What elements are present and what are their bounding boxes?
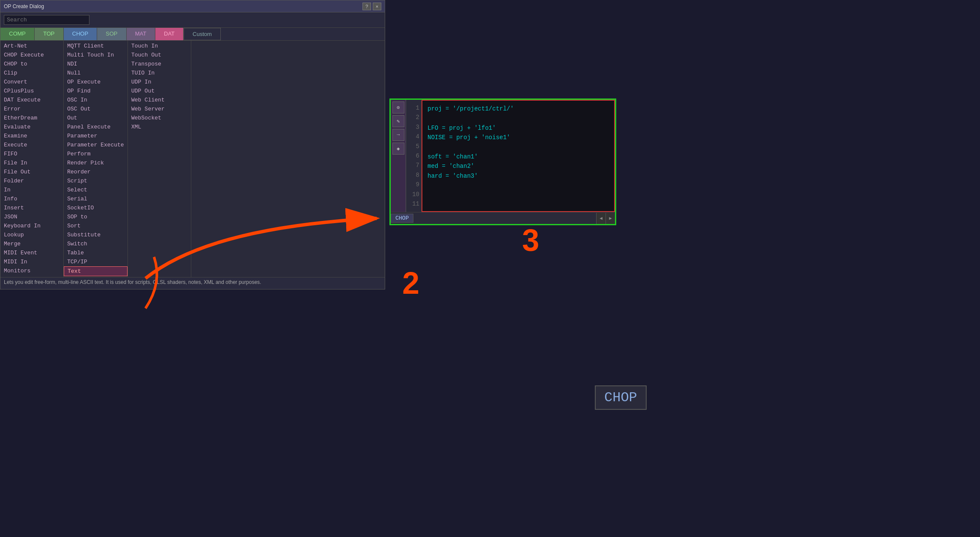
list-item[interactable]: MIDI Event	[0, 248, 63, 257]
code-content[interactable]: proj = '/project1/ctrl/' LFO = proj + 'l…	[422, 100, 615, 212]
search-input[interactable]	[4, 15, 89, 25]
tab-dat[interactable]: DAT	[155, 28, 184, 40]
list-item[interactable]: Out	[64, 113, 128, 122]
list-item[interactable]: Serial	[64, 194, 128, 203]
list-item[interactable]: Error	[0, 104, 63, 113]
tab-comp[interactable]: COMP	[0, 28, 35, 40]
code-footer-buttons: ◀ ▶	[596, 213, 615, 224]
tab-sop[interactable]: SOP	[97, 28, 126, 40]
list-item[interactable]: Keyboard In	[0, 221, 63, 230]
list-item[interactable]: Folder	[0, 176, 63, 185]
title-bar-buttons: ? ×	[362, 3, 381, 10]
list-item[interactable]: Web Client	[128, 95, 191, 104]
status-bar: Lets you edit free-form, multi-line ASCI…	[0, 277, 385, 289]
toolbar-btn-4[interactable]: ◈	[392, 143, 404, 155]
list-item[interactable]: Web Server	[128, 104, 191, 113]
list-item[interactable]: Convert	[0, 78, 63, 87]
list-item[interactable]: WebSocket	[128, 113, 191, 122]
list-item[interactable]: TUIO In	[128, 69, 191, 78]
list-item[interactable]: File In	[0, 158, 63, 167]
list-item[interactable]: Transpose	[128, 60, 191, 69]
status-text: Lets you edit free-form, multi-line ASCI…	[4, 279, 261, 285]
list-item[interactable]: File Out	[0, 167, 63, 176]
annotation-number-2: 2	[402, 266, 419, 301]
code-toolbar: ⊙ ✎ → ◈	[391, 100, 406, 212]
list-item[interactable]: OP Find	[64, 87, 128, 95]
list-item[interactable]: Multi Touch In	[64, 51, 128, 60]
tab-custom[interactable]: Custom	[184, 28, 221, 40]
list-item[interactable]: Table	[64, 248, 128, 257]
list-item[interactable]: MQTT Client	[64, 42, 128, 51]
footer-btn-left[interactable]: ◀	[596, 213, 606, 224]
list-item[interactable]: FIFO	[0, 149, 63, 158]
list-item[interactable]: Evaluate	[0, 122, 63, 131]
list-item[interactable]: OSC Out	[64, 104, 128, 113]
list-item[interactable]: Panel Execute	[64, 122, 128, 131]
list-item[interactable]: Parameter	[64, 131, 128, 140]
list-item[interactable]: Switch	[64, 239, 128, 248]
list-item[interactable]: CHOP to	[0, 60, 63, 69]
list-item[interactable]: In	[0, 185, 63, 194]
code-footer-label: CHOP	[391, 214, 413, 223]
tab-top[interactable]: TOP	[35, 28, 64, 40]
list-item[interactable]: Touch In	[128, 42, 191, 51]
list-item[interactable]: Perform	[64, 149, 128, 158]
chop-badge-text: CHOP	[604, 390, 637, 406]
code-body: ⊙ ✎ → ◈ 1234567891011 proj = '/project1/…	[391, 100, 615, 212]
close-button[interactable]: ×	[373, 3, 381, 10]
toolbar-btn-1[interactable]: ⊙	[392, 101, 404, 113]
list-column-2: MQTT Client Multi Touch In NDI Null OP E…	[64, 41, 128, 277]
list-item[interactable]: Merge	[0, 239, 63, 248]
list-item[interactable]: Insert	[0, 203, 63, 212]
list-item[interactable]: Null	[64, 69, 128, 78]
list-item[interactable]: CHOP Execute	[0, 51, 63, 60]
list-item[interactable]: TCP/IP	[64, 257, 128, 266]
toolbar-btn-3[interactable]: →	[392, 129, 404, 141]
list-item[interactable]: Parameter Execute	[64, 140, 128, 149]
annotation-number-3: 3	[522, 223, 539, 258]
tab-mat[interactable]: MAT	[127, 28, 155, 40]
tabs-row: COMP TOP CHOP SOP MAT DAT Custom	[0, 28, 385, 41]
list-item[interactable]: XML	[128, 122, 191, 131]
list-item[interactable]: Execute	[0, 140, 63, 149]
code-editor-panel: ⊙ ✎ → ◈ 1234567891011 proj = '/project1/…	[389, 98, 616, 225]
list-item[interactable]: CPlusPlus	[0, 87, 63, 95]
list-item[interactable]: Clip	[0, 69, 63, 78]
chop-badge: CHOP	[595, 385, 647, 410]
list-item[interactable]: Reorder	[64, 167, 128, 176]
list-item[interactable]: SocketIO	[64, 203, 128, 212]
list-item[interactable]: Script	[64, 176, 128, 185]
help-button[interactable]: ?	[362, 3, 371, 10]
list-item[interactable]: DAT Execute	[0, 95, 63, 104]
list-item[interactable]: Sort	[64, 221, 128, 230]
list-item[interactable]: Examine	[0, 131, 63, 140]
list-item[interactable]: UDP In	[128, 78, 191, 87]
list-item[interactable]: Info	[0, 194, 63, 203]
content-area: Art-Net CHOP Execute CHOP to Clip Conver…	[0, 41, 385, 277]
line-numbers: 1234567891011	[406, 100, 422, 212]
list-item[interactable]: Render Pick	[64, 158, 128, 167]
footer-btn-right[interactable]: ▶	[606, 213, 615, 224]
list-item[interactable]: UDP Out	[128, 87, 191, 95]
search-bar	[0, 12, 385, 28]
tab-chop[interactable]: CHOP	[64, 28, 98, 40]
list-column-1: Art-Net CHOP Execute CHOP to Clip Conver…	[0, 41, 64, 277]
list-item[interactable]: Monitors	[0, 266, 63, 275]
list-item[interactable]: Art-Net	[0, 42, 63, 51]
list-item-text-selected[interactable]: Text	[64, 266, 128, 276]
code-footer: CHOP ◀ ▶	[391, 212, 615, 224]
list-item[interactable]: Touch Out	[128, 51, 191, 60]
toolbar-btn-2[interactable]: ✎	[392, 115, 404, 127]
list-item[interactable]: OSC In	[64, 95, 128, 104]
list-item[interactable]: Select	[64, 185, 128, 194]
list-item[interactable]: Lookup	[0, 230, 63, 239]
list-column-3: Touch In Touch Out Transpose TUIO In UDP…	[128, 41, 191, 277]
list-item[interactable]: EtherDream	[0, 113, 63, 122]
list-item[interactable]: SOP to	[64, 212, 128, 221]
list-item[interactable]: JSON	[0, 212, 63, 221]
list-item[interactable]: NDI	[64, 60, 128, 69]
list-item[interactable]: OP Execute	[64, 78, 128, 87]
op-create-dialog: OP Create Dialog ? × COMP TOP CHOP SOP M…	[0, 0, 385, 289]
list-item[interactable]: MIDI In	[0, 257, 63, 266]
list-item[interactable]: Substitute	[64, 230, 128, 239]
